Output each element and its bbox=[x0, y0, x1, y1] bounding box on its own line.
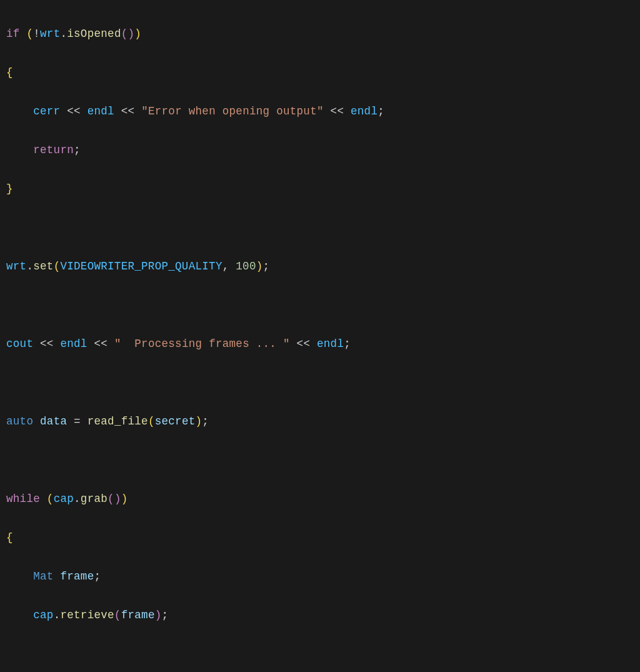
code-line: if (!wrt.isOpened()) bbox=[6, 24, 640, 44]
code-line: cout << endl << " Processing frames ... … bbox=[6, 334, 640, 354]
code-line: return; bbox=[6, 141, 640, 160]
code-line: } bbox=[6, 179, 640, 199]
code-line bbox=[6, 218, 640, 238]
code-line bbox=[6, 451, 640, 470]
keyword-if: if bbox=[6, 28, 20, 40]
code-line: { bbox=[6, 528, 640, 548]
code-line: cerr << endl << "Error when opening outp… bbox=[6, 102, 640, 121]
code-line: { bbox=[6, 63, 640, 83]
code-line: wrt.set(VIDEOWRITER_PROP_QUALITY, 100); bbox=[6, 257, 640, 276]
code-line: cap.retrieve(frame); bbox=[6, 606, 640, 625]
code-line: Mat frame; bbox=[6, 567, 640, 586]
code-line: auto data = read_file(secret); bbox=[6, 412, 640, 431]
code-line bbox=[6, 296, 640, 315]
code-line bbox=[6, 644, 640, 663]
code-line bbox=[6, 373, 640, 393]
code-line: while (cap.grab()) bbox=[6, 489, 640, 509]
code-editor[interactable]: if (!wrt.isOpened()) { cerr << endl << "… bbox=[0, 0, 640, 672]
